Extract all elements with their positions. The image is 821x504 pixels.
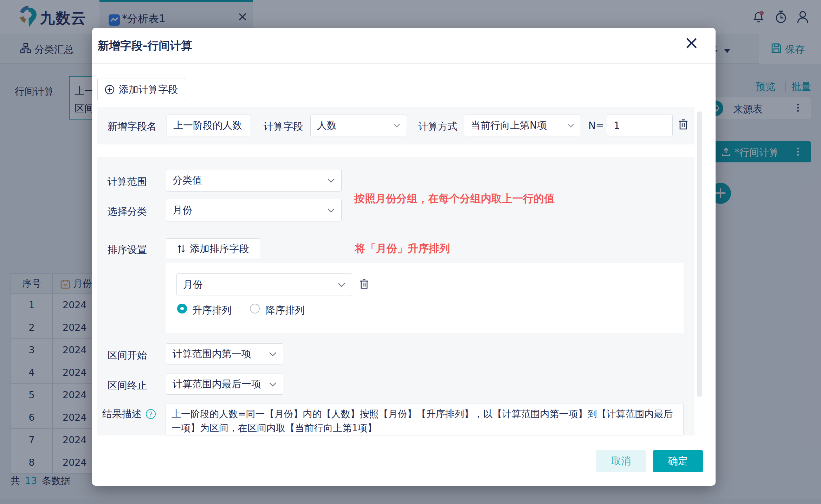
confirm-button[interactable]: 确定 bbox=[653, 450, 703, 472]
add-sort-field-button[interactable]: 添加排序字段 bbox=[166, 238, 260, 259]
range-start-label: 区间开始 bbox=[108, 349, 147, 362]
sort-field-card: 月份 升序排列 降序排列 bbox=[166, 263, 684, 333]
add-calc-field-button[interactable]: 添加计算字段 bbox=[97, 78, 185, 101]
chevron-down-icon bbox=[393, 123, 400, 128]
category-select[interactable]: 月份 bbox=[166, 199, 342, 221]
sort-label: 排序设置 bbox=[108, 243, 147, 257]
calc-field-select[interactable]: 人数 bbox=[310, 115, 407, 136]
add-sort-field-label: 添加排序字段 bbox=[190, 242, 249, 256]
group-annotation: 按照月份分组，在每个分组内取上一行的值 bbox=[354, 192, 555, 206]
n-input[interactable]: 1 bbox=[607, 115, 673, 136]
chevron-down-icon bbox=[327, 208, 335, 213]
sort-annotation: 将「月份」升序排列 bbox=[355, 241, 450, 256]
ascending-label: 升序排列 bbox=[192, 304, 232, 317]
descending-label: 降序排列 bbox=[265, 304, 305, 317]
chevron-down-icon bbox=[269, 352, 277, 356]
sort-arrows-icon bbox=[177, 244, 186, 253]
add-calc-field-label: 添加计算字段 bbox=[119, 83, 178, 96]
scope-label: 计算范围 bbox=[108, 175, 147, 188]
descending-radio[interactable] bbox=[250, 304, 260, 314]
new-field-dialog: 新增字段-行间计算 × 添加计算字段 新增字段名 上一阶段的人数 计算字段 人数… bbox=[92, 28, 716, 486]
trash-icon[interactable] bbox=[678, 119, 688, 130]
modal-scrollbar-thumb[interactable] bbox=[697, 111, 702, 397]
trash-icon[interactable] bbox=[360, 279, 369, 290]
chevron-down-icon bbox=[567, 123, 574, 128]
n-label: N= bbox=[588, 120, 604, 131]
result-desc-label: 结果描述? bbox=[102, 407, 156, 421]
dialog-close-icon[interactable]: × bbox=[681, 31, 702, 54]
result-description-box: 上一阶段的人数=同一【月份】内的【人数】按照【月份】【升序排列】，以【计算范围内… bbox=[166, 403, 684, 435]
scope-select[interactable]: 分类值 bbox=[166, 169, 342, 192]
field-name-input[interactable]: 上一阶段的人数 bbox=[167, 115, 251, 136]
dialog-title: 新增字段-行间计算 bbox=[98, 38, 192, 54]
chevron-down-icon bbox=[338, 283, 345, 287]
range-end-select[interactable]: 计算范围内最后一项 bbox=[166, 374, 283, 395]
cancel-button[interactable]: 取消 bbox=[596, 450, 646, 472]
plus-circle-icon bbox=[105, 85, 115, 95]
field-name-label: 新增字段名 bbox=[108, 120, 157, 133]
app-page: 九数云 *分析表1 × bbox=[0, 0, 821, 504]
chevron-down-icon bbox=[327, 178, 335, 183]
ascending-radio[interactable] bbox=[177, 304, 187, 314]
help-icon[interactable]: ? bbox=[146, 409, 156, 419]
category-label: 选择分类 bbox=[108, 205, 147, 218]
range-end-label: 区间终止 bbox=[108, 379, 147, 392]
header-divider bbox=[92, 63, 716, 64]
calc-field-label: 计算字段 bbox=[264, 120, 303, 133]
range-start-select[interactable]: 计算范围内第一项 bbox=[166, 343, 283, 364]
calc-mode-select[interactable]: 当前行向上第N项 bbox=[464, 115, 581, 136]
calc-mode-label: 计算方式 bbox=[418, 120, 458, 133]
sort-field-select[interactable]: 月份 bbox=[176, 273, 352, 296]
chevron-down-icon bbox=[269, 382, 277, 387]
